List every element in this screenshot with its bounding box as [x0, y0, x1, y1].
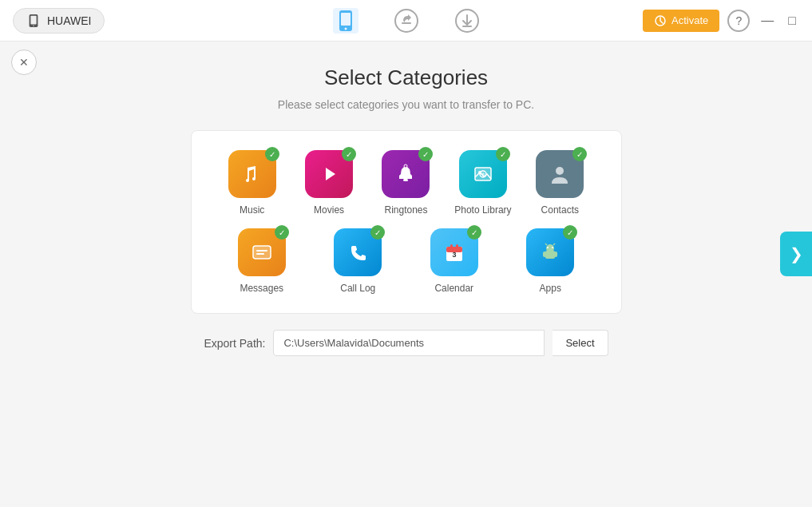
category-item-photo[interactable]: ✓ Photo Library: [448, 150, 518, 216]
svg-line-34: [545, 244, 547, 245]
category-item-messages[interactable]: ✓ Messages: [238, 228, 286, 294]
svg-line-35: [553, 244, 555, 245]
apps-icon-wrap: ✓: [526, 228, 574, 276]
category-item-ringtones[interactable]: ✓ Ringtones: [370, 150, 441, 216]
page-subtitle: Please select categories you want to tra…: [278, 98, 534, 111]
music-icon-wrap: ✓: [228, 150, 276, 198]
svg-rect-22: [256, 253, 264, 255]
activate-button[interactable]: Activate: [643, 10, 719, 32]
category-item-apps[interactable]: ✓ Apps: [526, 228, 574, 294]
svg-rect-29: [545, 251, 555, 259]
calendar-label: Calendar: [434, 283, 473, 294]
close-icon: ✕: [19, 56, 29, 69]
svg-rect-13: [403, 179, 408, 181]
svg-rect-8: [402, 22, 411, 24]
music-check: ✓: [265, 147, 279, 161]
movies-label: Movies: [314, 204, 344, 216]
calllog-label: Call Log: [340, 283, 375, 294]
svg-marker-12: [326, 168, 335, 180]
svg-point-19: [556, 167, 564, 175]
contacts-label: Contacts: [541, 204, 579, 216]
download-nav-icon[interactable]: [453, 6, 481, 35]
movies-check: ✓: [342, 147, 356, 161]
phone-nav-icon[interactable]: [331, 6, 360, 35]
svg-rect-20: [253, 246, 271, 259]
back-button[interactable]: ✕: [11, 50, 37, 75]
svg-rect-1: [30, 15, 36, 24]
apps-check: ✓: [563, 225, 577, 240]
category-item-contacts[interactable]: ✓ Contacts: [525, 150, 595, 216]
svg-rect-10: [462, 26, 472, 27]
photo-check: ✓: [496, 147, 510, 161]
export-path-label: Export Path:: [204, 337, 265, 350]
photo-label: Photo Library: [454, 204, 511, 216]
category-item-calllog[interactable]: ✓ Call Log: [334, 228, 382, 294]
music-label: Music: [240, 204, 264, 216]
nav-icons: [331, 6, 481, 35]
export-path-row: Export Path: Select: [204, 330, 608, 356]
calendar-check: ✓: [467, 225, 481, 240]
messages-label: Messages: [240, 283, 283, 294]
device-name: HUAWEI: [47, 14, 91, 27]
svg-rect-30: [543, 252, 546, 257]
calllog-icon-wrap: ✓: [334, 228, 382, 276]
svg-point-2: [33, 25, 34, 26]
calllog-check: ✓: [370, 225, 385, 240]
svg-rect-26: [456, 244, 458, 248]
photo-icon-wrap: ✓: [459, 150, 507, 198]
category-item-music[interactable]: ✓ Music: [217, 150, 287, 216]
export-path-input[interactable]: [273, 330, 545, 356]
svg-point-14: [404, 164, 407, 168]
title-bar: HUAWEI: [0, 0, 812, 42]
window-controls: Activate ? — □: [643, 10, 799, 32]
contacts-icon-wrap: ✓: [536, 150, 584, 198]
svg-rect-21: [256, 250, 267, 252]
activate-icon: [654, 14, 667, 27]
category-item-calendar[interactable]: 3 ✓ Calendar: [430, 228, 478, 294]
ringtones-check: ✓: [418, 147, 433, 161]
svg-point-6: [344, 27, 347, 30]
contacts-check: ✓: [572, 147, 587, 161]
main-content: Select Categories Please select categori…: [0, 42, 812, 356]
svg-point-32: [547, 247, 549, 248]
restore-nav-icon[interactable]: [392, 6, 421, 35]
svg-rect-25: [450, 244, 453, 248]
messages-icon-wrap: ✓: [238, 228, 286, 276]
svg-point-7: [395, 10, 418, 32]
next-button[interactable]: ❯: [780, 232, 812, 276]
category-grid-row1: ✓ Music ✓ Movies: [217, 150, 596, 216]
svg-point-33: [552, 247, 553, 248]
calendar-icon-wrap: 3 ✓: [430, 228, 478, 276]
svg-text:3: 3: [452, 251, 456, 259]
page-title: Select Categories: [324, 65, 488, 90]
maximize-button[interactable]: □: [785, 14, 799, 28]
svg-point-18: [481, 172, 485, 176]
apps-label: Apps: [540, 283, 561, 294]
minimize-button[interactable]: —: [758, 14, 777, 28]
select-button[interactable]: Select: [553, 330, 608, 356]
ringtones-icon-wrap: ✓: [382, 150, 430, 198]
device-selector[interactable]: HUAWEI: [13, 8, 105, 34]
help-button[interactable]: ?: [727, 10, 750, 32]
svg-rect-5: [341, 13, 351, 26]
messages-check: ✓: [275, 225, 289, 240]
movies-icon-wrap: ✓: [305, 150, 353, 198]
category-box: ✓ Music ✓ Movies: [191, 130, 622, 314]
svg-rect-31: [554, 252, 557, 257]
ringtones-label: Ringtones: [384, 204, 427, 216]
category-item-movies[interactable]: ✓ Movies: [294, 150, 364, 216]
phone-icon: [26, 14, 41, 28]
chevron-right-icon: ❯: [790, 244, 803, 263]
category-grid-row2: ✓ Messages ✓ Call Log: [217, 228, 596, 294]
